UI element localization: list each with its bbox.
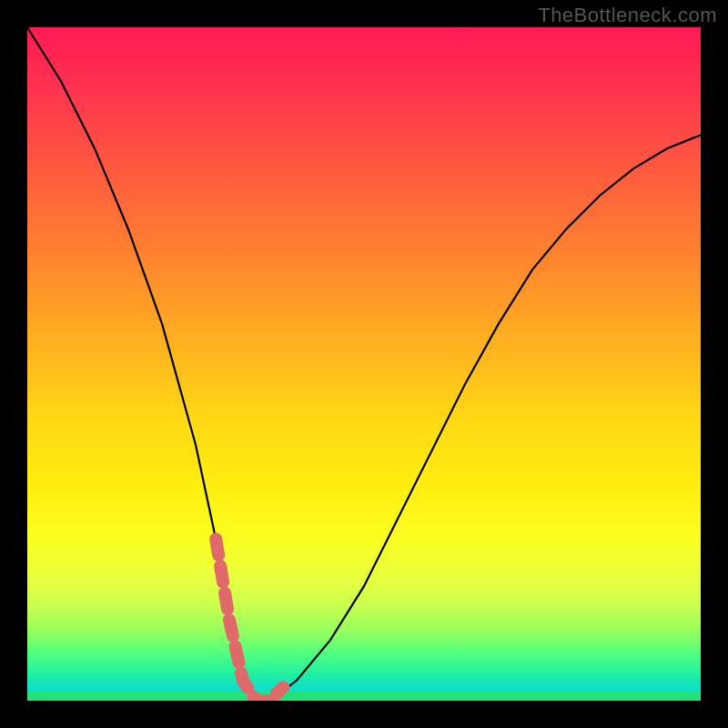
chart-frame: TheBottleneck.com <box>0 0 728 728</box>
curve-svg <box>27 27 701 701</box>
watermark-label: TheBottleneck.com <box>538 4 717 27</box>
main-curve <box>27 27 701 701</box>
plot-area <box>27 27 701 701</box>
highlight-segment <box>216 539 283 701</box>
